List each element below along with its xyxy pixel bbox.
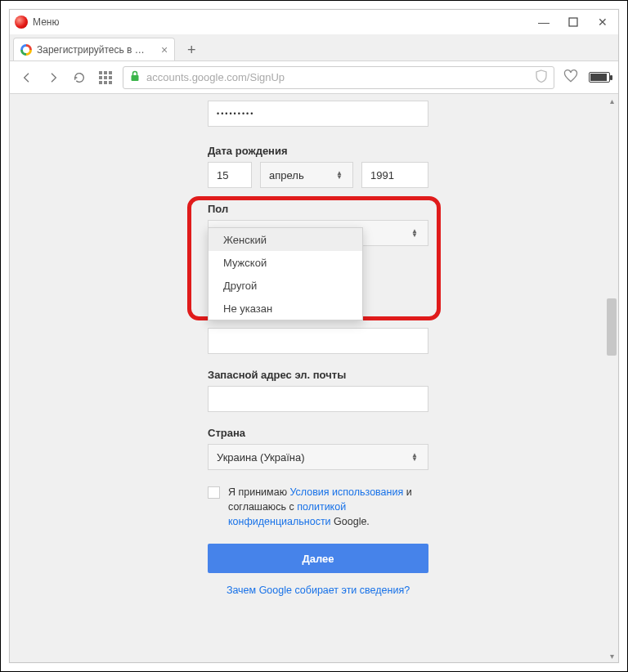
agree-row: Я принимаю Условия использования и согла… xyxy=(208,485,428,529)
url-text: accounts.google.com/SignUp xyxy=(146,71,285,83)
gender-dropdown: Женский Мужской Другой Не указан xyxy=(208,227,363,320)
titlebar-menu-button[interactable]: Меню xyxy=(33,16,59,28)
dob-day-input[interactable]: 15 xyxy=(208,162,252,188)
gender-group: Пол ▲▼ Женский Мужской Другой Не указан xyxy=(208,203,428,246)
phone-group-hidden xyxy=(208,328,428,354)
phone-input[interactable] xyxy=(208,328,428,354)
chevron-updown-icon: ▲▼ xyxy=(411,229,419,237)
agree-checkbox[interactable] xyxy=(208,486,220,499)
battery-icon xyxy=(589,72,610,83)
password-mask: ••••••••• xyxy=(217,110,254,118)
svg-rect-0 xyxy=(569,18,577,26)
country-select[interactable]: Украина (Україна) ▲▼ xyxy=(208,444,428,470)
dob-group: Дата рождения 15 апрель ▲▼ 1991 xyxy=(208,145,428,188)
new-tab-button[interactable]: + xyxy=(180,39,203,60)
gender-option-unspecified[interactable]: Не указан xyxy=(209,297,362,320)
tab-title: Зарегистрируйтесь в Goo xyxy=(37,44,151,56)
gender-option-other[interactable]: Другой xyxy=(209,274,362,297)
toolbar: accounts.google.com/SignUp xyxy=(10,61,618,94)
gender-label: Пол xyxy=(208,203,428,215)
backup-email-label: Запасной адрес эл. почты xyxy=(208,369,428,381)
why-collect-link[interactable]: Зачем Google собирает эти сведения? xyxy=(208,583,428,598)
back-button[interactable] xyxy=(18,69,36,87)
dob-year-input[interactable]: 1991 xyxy=(361,162,428,188)
address-bar[interactable]: accounts.google.com/SignUp xyxy=(123,66,554,89)
gender-option-female[interactable]: Женский xyxy=(209,228,362,251)
page-content: ▴ ▾ ••••••••• Дата рождения 15 апрель xyxy=(10,94,618,662)
tab-active[interactable]: Зарегистрируйтесь в Goo × xyxy=(13,38,175,60)
speed-dial-icon[interactable] xyxy=(96,70,114,85)
svg-rect-1 xyxy=(132,75,139,81)
opera-logo-icon xyxy=(15,16,28,29)
submit-button[interactable]: Далее xyxy=(208,544,428,573)
lock-icon xyxy=(130,70,140,84)
google-favicon-icon xyxy=(20,44,32,56)
password-field[interactable]: ••••••••• xyxy=(208,101,428,127)
heart-icon[interactable] xyxy=(563,68,579,87)
country-group: Страна Украина (Україна) ▲▼ xyxy=(208,427,428,470)
terms-link[interactable]: Условия использования xyxy=(289,486,403,498)
browser-window: Меню — ✕ Зарегистрируйтесь в Goo × + xyxy=(9,9,619,663)
maximize-button[interactable] xyxy=(567,16,579,28)
close-button[interactable]: ✕ xyxy=(597,16,608,28)
minimize-button[interactable]: — xyxy=(538,16,550,28)
forward-button[interactable] xyxy=(44,69,62,87)
backup-email-input[interactable] xyxy=(208,386,428,412)
country-label: Страна xyxy=(208,427,428,439)
tab-close-icon[interactable]: × xyxy=(161,43,168,56)
reload-button[interactable] xyxy=(70,69,88,87)
dob-month-select[interactable]: апрель ▲▼ xyxy=(260,162,353,188)
chevron-updown-icon: ▲▼ xyxy=(411,453,419,461)
chevron-updown-icon: ▲▼ xyxy=(336,171,344,179)
tabstrip: Зарегистрируйтесь в Goo × + xyxy=(10,34,618,61)
backup-email-group: Запасной адрес эл. почты xyxy=(208,369,428,412)
gender-option-male[interactable]: Мужской xyxy=(209,251,362,274)
agree-text: Я принимаю Условия использования и согла… xyxy=(228,485,428,529)
titlebar: Меню — ✕ xyxy=(10,10,618,34)
shield-icon[interactable] xyxy=(536,69,547,86)
dob-label: Дата рождения xyxy=(208,145,428,157)
